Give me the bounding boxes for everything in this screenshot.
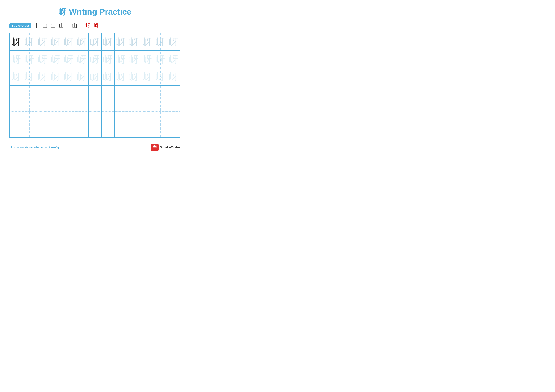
stroke-5: 山二	[72, 22, 82, 29]
grid-cell[interactable]: 岈	[102, 33, 115, 51]
grid-cell[interactable]: 岈	[115, 33, 128, 51]
grid-cell[interactable]: 岈	[62, 51, 75, 68]
logo-icon: 字	[151, 143, 159, 151]
grid-cell[interactable]	[62, 86, 75, 103]
grid-cell[interactable]: 岈	[88, 51, 102, 68]
stroke-order-badge: Stroke Order	[9, 23, 31, 28]
grid-cell[interactable]	[141, 103, 154, 120]
grid-cell[interactable]	[36, 86, 49, 103]
grid-cell[interactable]	[23, 86, 36, 103]
grid-cell[interactable]: 岈	[141, 68, 154, 86]
grid-cell[interactable]: 岈	[75, 33, 88, 51]
stroke-7: 岈	[94, 22, 99, 29]
grid-cell[interactable]	[102, 120, 115, 138]
footer-url[interactable]: https://www.strokeorder.com/chinese/岈	[9, 145, 59, 149]
grid-cell[interactable]	[115, 86, 128, 103]
practice-grid: 岈岈岈岈岈岈岈岈岈岈岈岈岈岈岈岈岈岈岈岈岈岈岈岈岈岈岈岈岈岈岈岈岈岈岈岈岈岈岈	[9, 33, 180, 138]
stroke-2: 山	[42, 22, 47, 29]
footer: https://www.strokeorder.com/chinese/岈 字 …	[9, 143, 180, 151]
grid-cell[interactable]	[128, 86, 141, 103]
grid-cell[interactable]: 岈	[88, 68, 102, 86]
grid-cell[interactable]: 岈	[49, 68, 62, 86]
grid-cell[interactable]	[154, 86, 167, 103]
grid-cell[interactable]	[10, 86, 23, 103]
stroke-chars: 丨 山 山 山一 山二 岈 岈	[34, 22, 99, 29]
grid-cell[interactable]: 岈	[128, 51, 141, 68]
grid-cell[interactable]	[62, 103, 75, 120]
grid-cell[interactable]: 岈	[23, 33, 36, 51]
grid-cell[interactable]	[88, 86, 102, 103]
stroke-order-row: Stroke Order 丨 山 山 山一 山二 岈 岈	[9, 22, 180, 29]
grid-cell[interactable]: 岈	[75, 68, 88, 86]
grid-cell[interactable]	[10, 120, 23, 138]
logo-text: StrokeOrder	[160, 145, 180, 150]
grid-cell[interactable]: 岈	[154, 68, 167, 86]
grid-cell[interactable]	[75, 86, 88, 103]
grid-cell[interactable]: 岈	[167, 51, 180, 68]
grid-cell[interactable]: 岈	[36, 68, 49, 86]
grid-cell[interactable]: 岈	[102, 68, 115, 86]
grid-cell[interactable]: 岈	[141, 51, 154, 68]
grid-cell[interactable]	[88, 120, 102, 138]
grid-cell[interactable]	[115, 120, 128, 138]
grid-cell[interactable]: 岈	[141, 33, 154, 51]
grid-cell[interactable]	[141, 120, 154, 138]
grid-cell[interactable]: 岈	[167, 33, 180, 51]
stroke-6: 岈	[85, 22, 90, 29]
stroke-3: 山	[51, 22, 56, 29]
grid-cell[interactable]: 岈	[49, 51, 62, 68]
grid-cell[interactable]	[62, 120, 75, 138]
grid-cell[interactable]	[49, 103, 62, 120]
grid-cell[interactable]: 岈	[128, 68, 141, 86]
grid-cell[interactable]: 岈	[23, 68, 36, 86]
grid-cell[interactable]: 岈	[75, 51, 88, 68]
grid-cell[interactable]: 岈	[62, 68, 75, 86]
grid-cell[interactable]	[141, 86, 154, 103]
grid-cell[interactable]: 岈	[128, 33, 141, 51]
grid-cell[interactable]	[23, 103, 36, 120]
grid-cell[interactable]	[154, 103, 167, 120]
grid-cell[interactable]: 岈	[10, 68, 23, 86]
grid-cell[interactable]	[167, 86, 180, 103]
footer-logo: 字 StrokeOrder	[151, 143, 180, 151]
grid-cell[interactable]: 岈	[115, 51, 128, 68]
grid-cell[interactable]	[115, 103, 128, 120]
grid-cell[interactable]: 岈	[49, 33, 62, 51]
grid-cell[interactable]: 岈	[36, 33, 49, 51]
grid-cell[interactable]: 岈	[115, 68, 128, 86]
grid-cell[interactable]: 岈	[88, 33, 102, 51]
grid-cell[interactable]	[10, 103, 23, 120]
stroke-4: 山一	[59, 22, 69, 29]
grid-cell[interactable]	[49, 86, 62, 103]
grid-cell[interactable]	[102, 86, 115, 103]
grid-cell[interactable]	[128, 103, 141, 120]
grid-cell[interactable]	[23, 120, 36, 138]
grid-cell[interactable]	[167, 103, 180, 120]
grid-cell[interactable]: 岈	[102, 51, 115, 68]
grid-cell[interactable]: 岈	[10, 33, 23, 51]
grid-cell[interactable]: 岈	[154, 51, 167, 68]
grid-cell[interactable]	[128, 120, 141, 138]
grid-cell[interactable]: 岈	[10, 51, 23, 68]
grid-cell[interactable]	[49, 120, 62, 138]
grid-cell[interactable]: 岈	[36, 51, 49, 68]
grid-cell[interactable]	[88, 103, 102, 120]
grid-cell[interactable]: 岈	[62, 33, 75, 51]
grid-cell[interactable]	[75, 120, 88, 138]
grid-cell[interactable]	[167, 120, 180, 138]
grid-cell[interactable]	[75, 103, 88, 120]
page-title: 岈 Writing Practice	[9, 6, 180, 17]
grid-cell[interactable]: 岈	[167, 68, 180, 86]
grid-cell[interactable]	[36, 120, 49, 138]
grid-cell[interactable]	[154, 120, 167, 138]
grid-cell[interactable]: 岈	[154, 33, 167, 51]
grid-cell[interactable]	[102, 103, 115, 120]
stroke-1: 丨	[34, 22, 39, 29]
grid-cell[interactable]	[36, 103, 49, 120]
grid-cell[interactable]: 岈	[23, 51, 36, 68]
